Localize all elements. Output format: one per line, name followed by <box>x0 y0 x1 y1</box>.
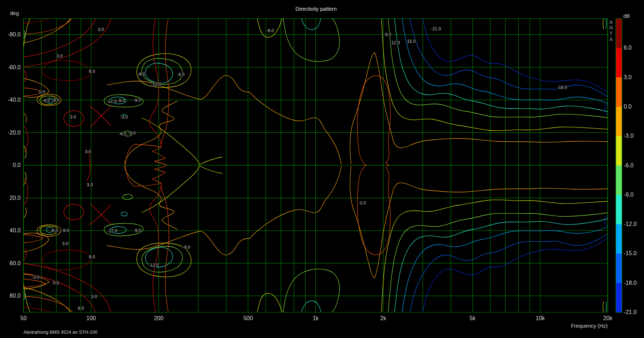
contour-value-label: -12.0 <box>151 82 161 87</box>
deg-axis-label: deg <box>10 10 19 16</box>
contour-value-label: 3.0 <box>98 27 104 32</box>
contour-value-label: 6.0 <box>89 69 95 74</box>
contour-value-label: 0.0 <box>53 281 59 286</box>
y-tick-label: 40.0 <box>10 227 21 233</box>
contour-value-label: -9.0 <box>182 245 190 250</box>
colorbar-tick-label: -18.0 <box>624 280 637 286</box>
x-tick-label: 20k <box>603 315 613 321</box>
contour-value-label: 0.0 <box>39 90 45 95</box>
contour-value-label: -15.0 <box>406 39 416 44</box>
contour-value-label: -21.0 <box>431 26 441 31</box>
contour-value-label: -6.0 <box>138 72 145 77</box>
contour-value-label: -9.0 <box>128 131 136 136</box>
contour-value-label: -6.0 <box>50 228 58 233</box>
y-tick-label: -60.0 <box>8 64 21 70</box>
contour-value-label: 3.0 <box>70 115 76 120</box>
contour-value-label: -6.0 <box>42 98 50 103</box>
page-title: Directivity pattern <box>295 6 337 12</box>
colorbar-segment <box>616 107 622 136</box>
colorbar-tick-label: -9.0 <box>624 192 634 198</box>
y-tick-label: -40.0 <box>8 97 21 103</box>
contour-value-label: 0.0 <box>360 201 366 206</box>
colorbar-segment <box>616 48 622 77</box>
x-tick-label: 50 <box>20 315 27 321</box>
arta-watermark-letter: A <box>609 19 613 25</box>
contour-value-label: -6.0 <box>119 131 127 136</box>
contour-value-label: 3.0 <box>87 182 93 187</box>
y-tick-label: 80.0 <box>10 293 21 299</box>
x-tick-label: 500 <box>243 315 253 321</box>
x-tick-label: 10k <box>536 315 545 321</box>
contour-value-label: -12.0 <box>149 263 159 268</box>
y-tick-label: 60.0 <box>10 260 21 266</box>
colorbar-tick-label: -21.0 <box>624 309 637 315</box>
contour-value-label: -9.0 <box>117 98 125 103</box>
x-tick-label: 2k <box>380 315 387 321</box>
contour-value-label: 3.0 <box>91 294 97 299</box>
x-tick-label: 100 <box>86 315 96 321</box>
colorbar-segment <box>616 195 622 225</box>
y-tick-label: -80.0 <box>8 31 21 37</box>
y-tick-label: -20.0 <box>8 130 21 136</box>
colorbar-segment <box>616 224 622 254</box>
contour-value-label: -9.0 <box>52 98 60 103</box>
x-tick-label: 1k <box>313 315 319 321</box>
contour-value-label: -9.0 <box>133 228 141 233</box>
contour-value-label: -12.0 <box>107 228 118 233</box>
x-tick-label: 5k <box>470 315 476 321</box>
arta-watermark-letter: T <box>609 31 613 36</box>
contour-value-label: 3.0 <box>85 149 91 154</box>
colorbar-tick-label: -12.0 <box>624 221 637 227</box>
contour-value-label: 3.0 <box>56 54 62 59</box>
colorbar-tick-label: 3.0 <box>624 74 632 80</box>
contour-value-label: 6.0 <box>78 306 84 311</box>
colorbar-segment <box>616 283 622 313</box>
contour-value-label: 6.0 <box>89 254 95 259</box>
contour-value-label: -9.0 <box>61 228 69 233</box>
colorbar-tick-label: -15.0 <box>624 250 637 256</box>
arta-watermark-letter: A <box>609 36 613 42</box>
colorbar-db-label: dB <box>623 13 630 19</box>
contour-value-label: -3.0 <box>120 115 128 120</box>
colorbar-tick-label: 0.0 <box>624 104 632 110</box>
colorbar-segment <box>616 19 622 48</box>
frequency-axis-label: Frequency (Hz) <box>571 323 608 329</box>
colorbar-segment <box>616 136 622 166</box>
contour-value-label: -18.0 <box>557 85 567 90</box>
contour-value-label: -12.0 <box>107 99 117 104</box>
y-tick-label: 20.0 <box>10 195 21 201</box>
arta-watermark-letter: R <box>609 25 613 31</box>
directivity-contour-plot[interactable]: Directivity pattern deg Frequency (Hz) d… <box>0 0 644 338</box>
colorbar-segment <box>616 253 622 283</box>
colorbar-tick-label: -6.0 <box>624 162 634 168</box>
plot-background <box>0 0 644 338</box>
contour-value-label: -9.0 <box>383 32 391 37</box>
x-tick-label: 200 <box>154 315 164 321</box>
y-tick-label: 0.0 <box>13 162 21 168</box>
colorbar-segment <box>616 166 622 195</box>
contour-value-label: -12.0 <box>390 40 400 45</box>
footer-note: Abstrahlung BMS 4524 an STH-100 <box>24 329 97 335</box>
contour-value-label: 3.0 <box>62 241 68 246</box>
contour-value-label: -9.0 <box>133 98 141 103</box>
colorbar-segment <box>616 77 622 107</box>
contour-value-label: -9.0 <box>177 72 185 77</box>
colorbar-tick-label: -3.0 <box>624 133 634 139</box>
contour-value-label: -3.0 <box>32 275 40 280</box>
contour-value-label: -6.0 <box>266 28 274 33</box>
colorbar-tick-label: 6.0 <box>624 45 632 51</box>
